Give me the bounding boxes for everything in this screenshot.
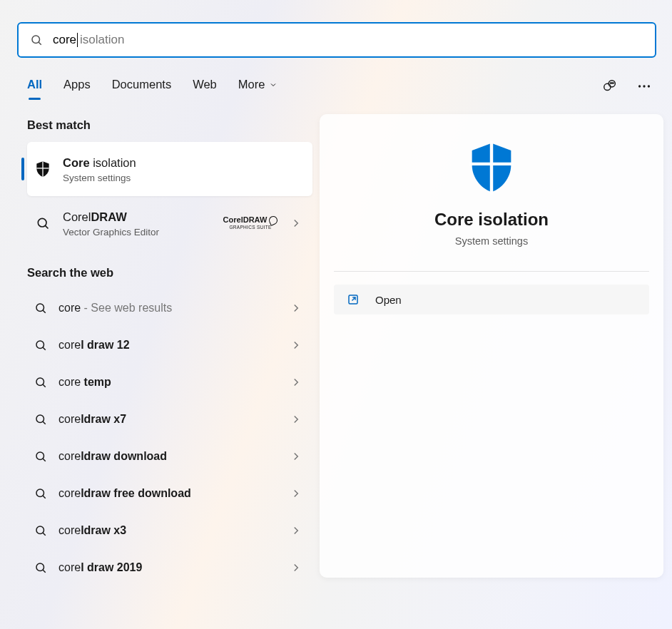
chevron-right-icon bbox=[290, 450, 302, 463]
app-result-title: CorelDRAW bbox=[63, 209, 218, 225]
search-web-heading: Search the web bbox=[27, 266, 312, 280]
web-result-1[interactable]: corel draw 12 bbox=[27, 327, 312, 364]
best-match-title: Core isolation bbox=[63, 155, 305, 170]
search-typed-text: core bbox=[53, 33, 76, 47]
ellipsis-icon[interactable] bbox=[636, 78, 652, 94]
open-external-icon bbox=[347, 293, 360, 306]
preview-panel: Core isolation System settings Open bbox=[320, 114, 663, 578]
web-result-title: coreldraw x7 bbox=[58, 411, 290, 427]
tab-apps[interactable]: Apps bbox=[63, 73, 91, 98]
best-match-result[interactable]: Core isolation System settings bbox=[27, 142, 312, 196]
svg-point-0 bbox=[32, 36, 40, 44]
svg-point-22 bbox=[36, 452, 44, 460]
svg-point-5 bbox=[611, 82, 612, 83]
svg-point-9 bbox=[648, 85, 650, 87]
svg-line-17 bbox=[43, 347, 46, 350]
svg-line-21 bbox=[43, 421, 46, 424]
web-result-title: coreldraw download bbox=[58, 449, 290, 464]
svg-point-12 bbox=[38, 218, 46, 227]
svg-point-7 bbox=[638, 85, 641, 87]
svg-point-20 bbox=[36, 415, 44, 423]
search-icon bbox=[33, 374, 49, 390]
filter-tabs: All Apps Documents Web More bbox=[27, 73, 656, 98]
svg-point-14 bbox=[36, 304, 44, 312]
svg-point-8 bbox=[643, 85, 645, 87]
web-result-title: core temp bbox=[58, 374, 290, 390]
open-action-label: Open bbox=[375, 294, 402, 306]
tab-all[interactable]: All bbox=[27, 73, 42, 98]
svg-point-4 bbox=[610, 82, 611, 83]
best-match-subtitle: System settings bbox=[63, 173, 305, 183]
search-icon bbox=[30, 34, 43, 46]
search-icon bbox=[33, 300, 49, 316]
svg-line-25 bbox=[43, 496, 46, 498]
svg-line-23 bbox=[43, 459, 46, 461]
web-result-title: corel draw 12 bbox=[58, 337, 290, 353]
tab-documents[interactable]: Documents bbox=[112, 73, 171, 98]
preview-title: Core isolation bbox=[434, 210, 549, 230]
divider bbox=[334, 271, 649, 272]
svg-line-1 bbox=[39, 42, 41, 45]
web-result-5[interactable]: coreldraw free download bbox=[27, 475, 312, 512]
web-results-list: core - See web results corel draw 12 cor… bbox=[27, 290, 312, 586]
web-result-0[interactable]: core - See web results bbox=[27, 290, 312, 327]
web-result-2[interactable]: core temp bbox=[27, 364, 312, 401]
app-result-subtitle: Vector Graphics Editor bbox=[63, 227, 218, 237]
chevron-right-icon bbox=[290, 487, 302, 500]
svg-line-27 bbox=[43, 533, 46, 536]
web-result-title: coreldraw x3 bbox=[58, 523, 290, 538]
web-result-4[interactable]: coreldraw download bbox=[27, 438, 312, 475]
search-icon bbox=[33, 213, 53, 233]
web-result-7[interactable]: corel draw 2019 bbox=[27, 549, 312, 586]
best-match-heading: Best match bbox=[27, 118, 312, 132]
search-suggestion-text: isolation bbox=[80, 33, 124, 47]
search-icon bbox=[33, 337, 49, 353]
open-action[interactable]: Open bbox=[334, 285, 649, 314]
text-cursor bbox=[77, 33, 78, 47]
search-input[interactable]: core isolation bbox=[53, 33, 124, 47]
chevron-right-icon bbox=[290, 217, 302, 230]
svg-point-18 bbox=[36, 378, 44, 386]
web-result-title: core - See web results bbox=[58, 300, 290, 316]
shield-icon bbox=[33, 159, 53, 179]
svg-point-16 bbox=[36, 341, 44, 349]
tab-web[interactable]: Web bbox=[193, 73, 217, 98]
coreldraw-logo: CorelDRAW GRAPHICS SUITE bbox=[218, 216, 282, 230]
search-icon bbox=[33, 411, 49, 427]
app-result-coreldraw[interactable]: CorelDRAW Vector Graphics Editor CorelDR… bbox=[27, 196, 312, 250]
web-result-title: coreldraw free download bbox=[58, 486, 290, 501]
search-icon bbox=[33, 449, 49, 464]
svg-line-15 bbox=[43, 310, 46, 313]
svg-point-24 bbox=[36, 489, 44, 497]
svg-point-2 bbox=[604, 83, 611, 90]
chevron-right-icon bbox=[290, 561, 302, 574]
web-result-3[interactable]: coreldraw x7 bbox=[27, 401, 312, 438]
search-icon bbox=[33, 523, 49, 538]
chevron-down-icon bbox=[269, 81, 278, 89]
preview-subtitle: System settings bbox=[455, 235, 528, 247]
web-result-6[interactable]: coreldraw x3 bbox=[27, 512, 312, 549]
svg-line-13 bbox=[45, 225, 48, 228]
chat-icon[interactable] bbox=[602, 78, 618, 94]
chevron-right-icon bbox=[290, 413, 302, 426]
chevron-right-icon bbox=[290, 376, 302, 389]
shield-large-icon bbox=[462, 138, 521, 197]
chevron-right-icon bbox=[290, 339, 302, 352]
tab-more[interactable]: More bbox=[238, 73, 278, 98]
svg-point-6 bbox=[613, 82, 614, 83]
svg-line-29 bbox=[43, 570, 46, 573]
svg-point-26 bbox=[36, 526, 44, 534]
chevron-right-icon bbox=[290, 524, 302, 537]
results-column: Best match Core isolation System setting… bbox=[0, 114, 320, 586]
tab-more-label: More bbox=[238, 78, 265, 91]
search-icon bbox=[33, 560, 49, 576]
search-box[interactable]: core isolation bbox=[17, 22, 656, 58]
svg-line-19 bbox=[43, 384, 46, 387]
search-icon bbox=[33, 486, 49, 501]
web-result-title: corel draw 2019 bbox=[58, 560, 290, 576]
svg-point-28 bbox=[36, 563, 44, 571]
chevron-right-icon bbox=[290, 302, 302, 314]
